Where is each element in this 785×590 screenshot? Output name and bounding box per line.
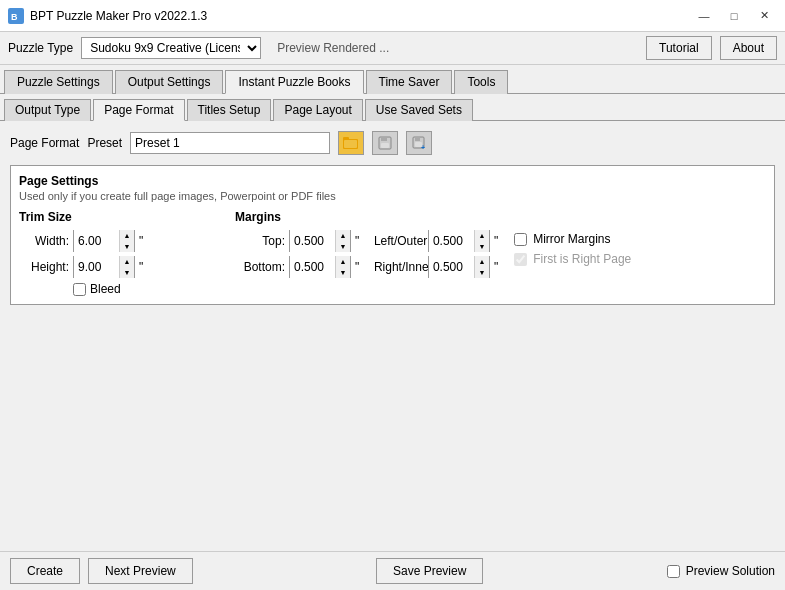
first-right-checkbox[interactable] <box>514 253 527 266</box>
mirror-margins-checkbox[interactable] <box>514 233 527 246</box>
right-inner-spinner-btns: ▲ ▼ <box>475 256 489 278</box>
height-increment[interactable]: ▲ <box>120 256 134 267</box>
puzzle-type-select[interactable]: Sudoku 9x9 Creative (Licensed) <box>81 37 261 59</box>
right-inner-spinner: ▲ ▼ <box>428 256 490 278</box>
main-tabs: Puzzle Settings Output Settings Instant … <box>0 65 785 94</box>
sub-tab-page-format[interactable]: Page Format <box>93 99 184 121</box>
left-outer-decrement[interactable]: ▼ <box>475 241 489 252</box>
bottom-bar: Create Next Preview Save Preview Preview… <box>0 551 785 590</box>
margins-title: Margins <box>235 210 498 224</box>
preview-solution-label: Preview Solution <box>686 564 775 578</box>
svg-rect-6 <box>381 137 387 141</box>
svg-rect-7 <box>381 143 389 148</box>
tab-puzzle-settings[interactable]: Puzzle Settings <box>4 70 113 94</box>
bottom-increment[interactable]: ▲ <box>336 256 350 267</box>
right-inner-decrement[interactable]: ▼ <box>475 267 489 278</box>
bottom-input[interactable] <box>290 256 336 278</box>
page-format-label: Page Format <box>10 136 79 150</box>
about-button[interactable]: About <box>720 36 777 60</box>
sub-tab-output-type[interactable]: Output Type <box>4 99 91 121</box>
page-settings-box: Page Settings Used only if you create fu… <box>10 165 775 305</box>
sub-tab-use-saved-sets[interactable]: Use Saved Sets <box>365 99 473 121</box>
preview-label: Preview Rendered ... <box>277 41 638 55</box>
create-button[interactable]: Create <box>10 558 80 584</box>
minimize-button[interactable]: — <box>691 6 717 26</box>
left-outer-label: Left/Outer: <box>374 234 424 248</box>
width-row: Width: ▲ ▼ " <box>19 230 219 252</box>
left-outer-spinner-btns: ▲ ▼ <box>475 230 489 252</box>
top-increment[interactable]: ▲ <box>336 230 350 241</box>
tutorial-button[interactable]: Tutorial <box>646 36 712 60</box>
width-spinner-btns: ▲ ▼ <box>120 230 134 252</box>
page-settings-desc: Used only if you create full page images… <box>19 190 766 202</box>
bottom-spinner: ▲ ▼ <box>289 256 351 278</box>
first-right-label: First is Right Page <box>533 252 631 266</box>
svg-rect-9 <box>415 137 420 141</box>
width-increment[interactable]: ▲ <box>120 230 134 241</box>
top-decrement[interactable]: ▼ <box>336 241 350 252</box>
bottom-unit: " <box>355 260 359 274</box>
height-row: Height: ▲ ▼ " <box>19 256 219 278</box>
save-preset-button[interactable] <box>372 131 398 155</box>
right-inner-input[interactable] <box>429 256 475 278</box>
right-inner-increment[interactable]: ▲ <box>475 256 489 267</box>
title-bar-left: B BPT Puzzle Maker Pro v2022.1.3 <box>8 8 207 24</box>
tab-instant-puzzle-books[interactable]: Instant Puzzle Books <box>225 70 363 94</box>
width-unit: " <box>139 234 143 248</box>
preset-row: Page Format Preset + <box>10 131 775 155</box>
mirror-margins-label: Mirror Margins <box>533 232 610 246</box>
svg-rect-4 <box>344 140 357 148</box>
height-label: Height: <box>19 260 69 274</box>
puzzle-type-label: Puzzle Type <box>8 41 73 55</box>
preset-label: Preset <box>87 136 122 150</box>
mirror-margins-row: Mirror Margins <box>514 232 631 246</box>
top-spinner-btns: ▲ ▼ <box>336 230 350 252</box>
height-decrement[interactable]: ▼ <box>120 267 134 278</box>
height-unit: " <box>139 260 143 274</box>
bottom-spinner-btns: ▲ ▼ <box>336 256 350 278</box>
height-input[interactable] <box>74 256 120 278</box>
sub-tab-titles-setup[interactable]: Titles Setup <box>187 99 272 121</box>
left-outer-increment[interactable]: ▲ <box>475 230 489 241</box>
preview-solution-checkbox[interactable] <box>667 565 680 578</box>
settings-columns: Trim Size Width: ▲ ▼ " Height: <box>19 210 766 296</box>
bleed-row: Bleed <box>73 282 219 296</box>
bottom-decrement[interactable]: ▼ <box>336 267 350 278</box>
next-preview-button[interactable]: Next Preview <box>88 558 193 584</box>
sub-tab-page-layout[interactable]: Page Layout <box>273 99 362 121</box>
width-input[interactable] <box>74 230 120 252</box>
svg-text:+: + <box>421 144 425 150</box>
svg-text:B: B <box>11 12 18 22</box>
right-inner-unit: " <box>494 260 498 274</box>
left-outer-input[interactable] <box>429 230 475 252</box>
trim-size-title: Trim Size <box>19 210 219 224</box>
app-icon: B <box>8 8 24 24</box>
bottom-margin-row: Bottom: ▲ ▼ " Right/Inner: <box>235 256 498 278</box>
top-input[interactable] <box>290 230 336 252</box>
right-inner-label: Right/Inner: <box>374 260 424 274</box>
page-settings-title: Page Settings <box>19 174 766 188</box>
tab-time-saver[interactable]: Time Saver <box>366 70 453 94</box>
save-as-preset-button[interactable]: + <box>406 131 432 155</box>
trim-size-section: Trim Size Width: ▲ ▼ " Height: <box>19 210 219 296</box>
width-label: Width: <box>19 234 69 248</box>
sub-tabs: Output Type Page Format Titles Setup Pag… <box>0 94 785 121</box>
bottom-label: Bottom: <box>235 260 285 274</box>
height-spinner-btns: ▲ ▼ <box>120 256 134 278</box>
width-decrement[interactable]: ▼ <box>120 241 134 252</box>
top-unit: " <box>355 234 359 248</box>
bleed-checkbox[interactable] <box>73 283 86 296</box>
preview-solution-row: Preview Solution <box>667 564 775 578</box>
title-controls: — □ ✕ <box>691 6 777 26</box>
close-button[interactable]: ✕ <box>751 6 777 26</box>
save-preview-button[interactable]: Save Preview <box>376 558 483 584</box>
content-area: Page Format Preset + <box>0 121 785 551</box>
tab-tools[interactable]: Tools <box>454 70 508 94</box>
tab-output-settings[interactable]: Output Settings <box>115 70 224 94</box>
maximize-button[interactable]: □ <box>721 6 747 26</box>
open-preset-button[interactable] <box>338 131 364 155</box>
preset-input[interactable] <box>130 132 330 154</box>
left-outer-spinner: ▲ ▼ <box>428 230 490 252</box>
window-title: BPT Puzzle Maker Pro v2022.1.3 <box>30 9 207 23</box>
bleed-label: Bleed <box>90 282 121 296</box>
